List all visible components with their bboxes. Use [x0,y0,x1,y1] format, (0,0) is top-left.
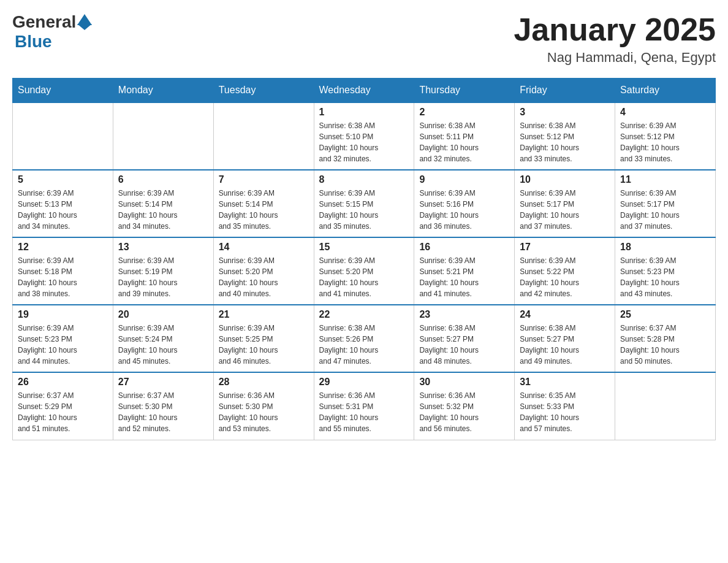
day-number: 11 [620,174,710,185]
header-thursday: Thursday [414,79,515,103]
day-number: 21 [219,309,309,320]
day-number: 23 [419,309,509,320]
calendar-header-row: Sunday Monday Tuesday Wednesday Thursday… [13,79,716,103]
day-number: 28 [219,377,309,388]
table-row: 29Sunrise: 6:36 AMSunset: 5:31 PMDayligh… [314,372,414,440]
table-row: 26Sunrise: 6:37 AMSunset: 5:29 PMDayligh… [13,372,113,440]
table-row: 24Sunrise: 6:38 AMSunset: 5:27 PMDayligh… [515,305,615,372]
table-row: 4Sunrise: 6:39 AMSunset: 5:12 PMDaylight… [615,102,716,170]
day-number: 24 [520,309,610,320]
day-info: Sunrise: 6:39 AMSunset: 5:19 PMDaylight:… [118,255,208,299]
table-row: 30Sunrise: 6:36 AMSunset: 5:32 PMDayligh… [414,372,515,440]
month-year-title: January 2025 [514,12,716,47]
calendar-week-row: 26Sunrise: 6:37 AMSunset: 5:29 PMDayligh… [13,372,716,440]
day-info: Sunrise: 6:36 AMSunset: 5:32 PMDaylight:… [419,390,509,434]
table-row: 21Sunrise: 6:39 AMSunset: 5:25 PMDayligh… [213,305,314,372]
header-wednesday: Wednesday [314,79,414,103]
calendar-table: Sunday Monday Tuesday Wednesday Thursday… [12,78,716,440]
logo-blue-text: Blue [15,32,52,51]
day-info: Sunrise: 6:39 AMSunset: 5:17 PMDaylight:… [520,188,610,232]
day-number: 26 [18,377,108,388]
page-header: General Blue January 2025 Nag Hammadi, Q… [12,12,716,66]
day-info: Sunrise: 6:39 AMSunset: 5:14 PMDaylight:… [219,188,309,232]
header-sunday: Sunday [13,79,113,103]
table-row [113,102,213,170]
day-info: Sunrise: 6:39 AMSunset: 5:12 PMDaylight:… [620,120,710,164]
day-info: Sunrise: 6:37 AMSunset: 5:29 PMDaylight:… [18,390,108,434]
table-row: 5Sunrise: 6:39 AMSunset: 5:13 PMDaylight… [13,170,113,237]
day-number: 22 [319,309,409,320]
table-row: 3Sunrise: 6:38 AMSunset: 5:12 PMDaylight… [515,102,615,170]
table-row: 10Sunrise: 6:39 AMSunset: 5:17 PMDayligh… [515,170,615,237]
day-number: 7 [219,174,309,185]
title-section: January 2025 Nag Hammadi, Qena, Egypt [514,12,716,66]
calendar-week-row: 19Sunrise: 6:39 AMSunset: 5:23 PMDayligh… [13,305,716,372]
table-row: 11Sunrise: 6:39 AMSunset: 5:17 PMDayligh… [615,170,716,237]
day-number: 4 [620,107,710,118]
day-info: Sunrise: 6:38 AMSunset: 5:27 PMDaylight:… [520,323,610,367]
day-number: 19 [18,309,108,320]
day-number: 13 [118,242,208,253]
day-number: 25 [620,309,710,320]
day-info: Sunrise: 6:35 AMSunset: 5:33 PMDaylight:… [520,390,610,434]
day-number: 6 [118,174,208,185]
table-row: 17Sunrise: 6:39 AMSunset: 5:22 PMDayligh… [515,237,615,305]
table-row: 15Sunrise: 6:39 AMSunset: 5:20 PMDayligh… [314,237,414,305]
day-info: Sunrise: 6:38 AMSunset: 5:10 PMDaylight:… [319,120,409,164]
table-row: 19Sunrise: 6:39 AMSunset: 5:23 PMDayligh… [13,305,113,372]
logo-general-text: General [12,12,76,32]
day-info: Sunrise: 6:39 AMSunset: 5:22 PMDaylight:… [520,255,610,299]
table-row: 22Sunrise: 6:38 AMSunset: 5:26 PMDayligh… [314,305,414,372]
day-number: 2 [419,107,509,118]
table-row: 9Sunrise: 6:39 AMSunset: 5:16 PMDaylight… [414,170,515,237]
table-row: 23Sunrise: 6:38 AMSunset: 5:27 PMDayligh… [414,305,515,372]
header-friday: Friday [515,79,615,103]
table-row [213,102,314,170]
day-info: Sunrise: 6:39 AMSunset: 5:20 PMDaylight:… [319,255,409,299]
calendar-week-row: 5Sunrise: 6:39 AMSunset: 5:13 PMDaylight… [13,170,716,237]
table-row: 8Sunrise: 6:39 AMSunset: 5:15 PMDaylight… [314,170,414,237]
day-info: Sunrise: 6:39 AMSunset: 5:21 PMDaylight:… [419,255,509,299]
day-info: Sunrise: 6:39 AMSunset: 5:17 PMDaylight:… [620,188,710,232]
calendar-week-row: 12Sunrise: 6:39 AMSunset: 5:18 PMDayligh… [13,237,716,305]
day-info: Sunrise: 6:39 AMSunset: 5:24 PMDaylight:… [118,323,208,367]
day-info: Sunrise: 6:38 AMSunset: 5:27 PMDaylight:… [419,323,509,367]
table-row: 28Sunrise: 6:36 AMSunset: 5:30 PMDayligh… [213,372,314,440]
day-info: Sunrise: 6:37 AMSunset: 5:30 PMDaylight:… [118,390,208,434]
day-number: 17 [520,242,610,253]
day-number: 27 [118,377,208,388]
day-number: 30 [419,377,509,388]
table-row: 16Sunrise: 6:39 AMSunset: 5:21 PMDayligh… [414,237,515,305]
day-number: 3 [520,107,610,118]
day-number: 31 [520,377,610,388]
day-number: 1 [319,107,409,118]
day-info: Sunrise: 6:39 AMSunset: 5:18 PMDaylight:… [18,255,108,299]
day-number: 16 [419,242,509,253]
day-number: 10 [520,174,610,185]
day-number: 8 [319,174,409,185]
day-info: Sunrise: 6:39 AMSunset: 5:14 PMDaylight:… [118,188,208,232]
day-number: 12 [18,242,108,253]
day-info: Sunrise: 6:39 AMSunset: 5:25 PMDaylight:… [219,323,309,367]
calendar-week-row: 1Sunrise: 6:38 AMSunset: 5:10 PMDaylight… [13,102,716,170]
table-row: 27Sunrise: 6:37 AMSunset: 5:30 PMDayligh… [113,372,213,440]
day-info: Sunrise: 6:39 AMSunset: 5:16 PMDaylight:… [419,188,509,232]
day-info: Sunrise: 6:38 AMSunset: 5:12 PMDaylight:… [520,120,610,164]
table-row: 13Sunrise: 6:39 AMSunset: 5:19 PMDayligh… [113,237,213,305]
table-row: 7Sunrise: 6:39 AMSunset: 5:14 PMDaylight… [213,170,314,237]
table-row: 6Sunrise: 6:39 AMSunset: 5:14 PMDaylight… [113,170,213,237]
day-number: 9 [419,174,509,185]
day-info: Sunrise: 6:39 AMSunset: 5:23 PMDaylight:… [620,255,710,299]
day-info: Sunrise: 6:37 AMSunset: 5:28 PMDaylight:… [620,323,710,367]
table-row: 12Sunrise: 6:39 AMSunset: 5:18 PMDayligh… [13,237,113,305]
logo: General Blue [12,12,92,52]
table-row: 1Sunrise: 6:38 AMSunset: 5:10 PMDaylight… [314,102,414,170]
day-info: Sunrise: 6:39 AMSunset: 5:13 PMDaylight:… [18,188,108,232]
day-number: 5 [18,174,108,185]
day-number: 20 [118,309,208,320]
day-info: Sunrise: 6:39 AMSunset: 5:15 PMDaylight:… [319,188,409,232]
table-row [13,102,113,170]
table-row: 18Sunrise: 6:39 AMSunset: 5:23 PMDayligh… [615,237,716,305]
day-number: 15 [319,242,409,253]
day-info: Sunrise: 6:38 AMSunset: 5:26 PMDaylight:… [319,323,409,367]
